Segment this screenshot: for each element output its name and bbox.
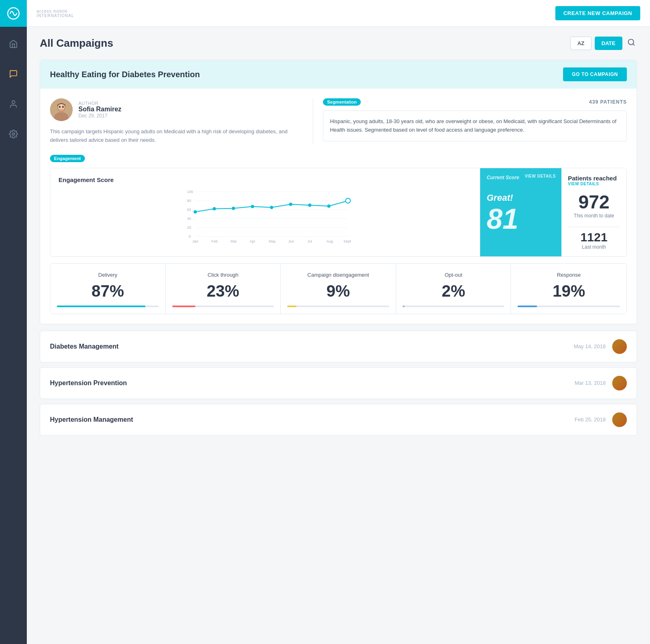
list-avatar [612,376,627,390]
campaign-list-item[interactable]: Hypertension Management Feb 25, 2018 [40,404,637,436]
campaign-list-title: Hypertension Prevention [50,379,127,387]
svg-point-23 [194,210,197,213]
segmentation-section: Segmentation 439 PATIENTS Hispanic, youn… [323,98,627,145]
chart-area: 100 80 60 40 20 0 [58,190,472,247]
patients-last-month-number: 1121 [568,230,620,244]
metric-label: Campaign disengagement [287,272,389,278]
segmentation-text: Hispanic, young adults, 18-30 years old,… [330,117,620,134]
svg-text:40: 40 [187,217,191,221]
sidebar-item-home[interactable] [0,35,27,53]
svg-text:100: 100 [187,190,193,194]
svg-text:60: 60 [187,208,191,212]
patients-last-month-label: Last month [568,244,620,250]
campaign-list-item[interactable]: Hypertension Prevention Mar 13, 2018 [40,367,637,399]
page-header: All Campaigns AZ DATE [40,37,637,50]
svg-text:Aug: Aug [327,239,333,243]
svg-point-30 [327,204,331,208]
sidebar-logo [0,0,27,27]
author-label: Author [78,101,121,106]
campaign-list-item[interactable]: Diabetes Management May 14, 2018 [40,331,637,362]
sidebar-item-messages[interactable] [0,65,27,83]
svg-point-31 [346,198,351,203]
engagement-chart-panel: Engagement Score 100 80 60 40 20 0 [50,168,480,256]
author-date: Dec 29, 2017 [78,113,121,119]
other-campaigns-list: Diabetes Management May 14, 2018 Hyperte… [40,331,637,436]
metric-bar-bg [518,306,620,307]
metric-value: 19% [518,283,620,299]
avatar-image [50,98,73,121]
campaign-header: Healthy Eating for Diabetes Prevention G… [40,60,637,89]
main-wrapper: access.mobile INTERNATIONAL CREATE NEW C… [27,0,650,644]
sidebar-nav [0,27,27,143]
sidebar-item-patients[interactable] [0,95,27,113]
metric-card: Delivery 87% [50,264,166,314]
metric-value: 87% [57,283,159,299]
sidebar-item-settings[interactable] [0,125,27,143]
search-icon [627,38,635,46]
svg-point-9 [59,106,61,108]
svg-point-10 [62,106,64,108]
app-logo-text: access.mobile [37,9,555,13]
campaign-title: Healthy Eating for Diabetes Prevention [50,70,200,79]
filter-date-button[interactable]: DATE [595,37,622,50]
app-logo-sub: INTERNATIONAL [37,13,555,18]
list-avatar [612,412,627,427]
metric-value: 2% [403,283,505,299]
svg-point-1 [12,101,15,104]
engagement-badge: Engagement [50,155,85,162]
score-view-details-link[interactable]: VIEW DETAILS [525,174,556,178]
metric-label: Opt-out [403,272,505,278]
metric-card: Click through 23% [166,264,281,314]
metric-bar-bg [172,306,274,307]
patients-this-month-number: 972 [568,193,620,211]
svg-text:Feb: Feb [212,239,218,243]
svg-point-27 [270,206,273,209]
campaign-list-right: Feb 25, 2018 [574,412,627,427]
svg-point-2 [12,133,15,135]
campaign-list-date: Mar 13, 2018 [574,380,606,386]
patients-this-month-label: This month to date [568,213,620,219]
author-section: Author Sofia Ramirez Dec 29, 2017 This c… [50,98,313,145]
campaign-list-date: May 14, 2018 [574,343,606,349]
campaign-list-date: Feb 25, 2018 [574,416,606,423]
metric-value: 9% [287,283,389,299]
metric-bar-bg [403,306,505,307]
svg-text:20: 20 [187,226,191,230]
search-button[interactable] [626,37,637,50]
score-word: Great! [487,193,513,203]
seg-header: Segmentation 439 PATIENTS [323,98,627,106]
segmentation-box: Hispanic, young adults, 18-30 years old,… [323,111,627,141]
metric-value: 23% [172,283,274,299]
create-campaign-button[interactable]: CREATE NEW CAMPAIGN [555,6,640,20]
score-number: 81 [487,205,518,233]
svg-text:May: May [269,239,276,243]
patients-reached-title: Patients reached [568,175,620,182]
metric-bar-bg [287,306,389,307]
metric-label: Click through [172,272,274,278]
svg-text:80: 80 [187,199,191,203]
current-score-label: Current Score [487,175,519,180]
svg-text:Sept: Sept [344,239,351,243]
metric-bar-fill [287,306,297,307]
list-avatar [612,339,627,354]
author-info: Author Sofia Ramirez Dec 29, 2017 [78,101,121,119]
author-avatar [50,98,73,121]
engagement-line-chart: 100 80 60 40 20 0 [58,190,472,247]
go-to-campaign-button[interactable]: GO TO CAMPAIGN [563,67,627,81]
metric-card: Opt-out 2% [396,264,511,314]
campaign-list-title: Hypertension Management [50,416,133,423]
metric-card: Response 19% [511,264,626,314]
topbar: access.mobile INTERNATIONAL CREATE NEW C… [27,0,650,27]
engagement-grid: Engagement Score 100 80 60 40 20 0 [50,168,627,257]
metric-cards: Delivery 87% Click through 23% Campaign … [50,263,627,314]
svg-text:Jan: Jan [193,239,199,243]
patients-view-details-link[interactable]: VIEW DETAILS [568,182,620,186]
patients-reached-panel: Patients reached VIEW DETAILS 972 This m… [561,168,626,256]
metric-bar-fill [172,306,196,307]
filter-az-button[interactable]: AZ [570,37,591,50]
metric-bar-fill [518,306,537,307]
metric-bar-fill [57,306,145,307]
engagement-score-panel: Current Score VIEW DETAILS Great! 81 [480,168,561,256]
svg-text:Mar: Mar [231,239,237,243]
campaign-list-title: Diabetes Management [50,343,119,350]
